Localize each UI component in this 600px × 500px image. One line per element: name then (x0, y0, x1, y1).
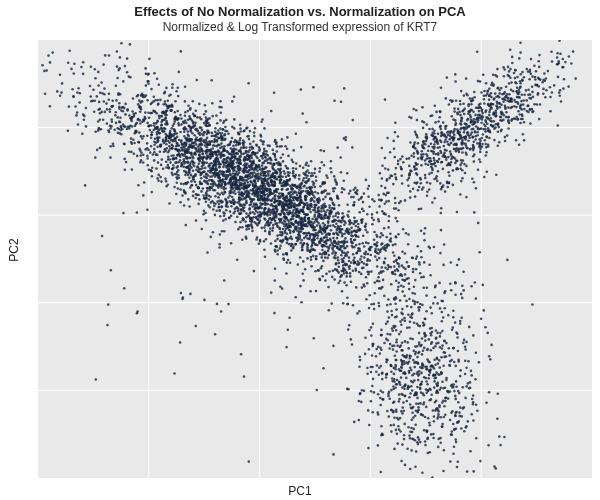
svg-point-548 (174, 111, 177, 114)
svg-point-4239 (488, 114, 491, 117)
svg-point-2900 (346, 172, 349, 175)
svg-point-2901 (254, 207, 257, 210)
svg-point-2880 (198, 153, 201, 156)
svg-point-1327 (346, 203, 349, 206)
svg-point-4688 (418, 263, 421, 266)
svg-point-2706 (343, 241, 346, 244)
svg-point-2449 (337, 243, 340, 246)
svg-point-3119 (175, 145, 178, 148)
svg-point-4877 (439, 441, 442, 444)
svg-point-3246 (274, 211, 277, 214)
svg-point-1283 (349, 265, 352, 268)
svg-point-5098 (214, 333, 217, 336)
svg-point-2731 (275, 159, 278, 162)
svg-point-398 (213, 141, 216, 144)
svg-point-3716 (473, 147, 476, 150)
svg-point-4908 (358, 365, 361, 368)
svg-point-2366 (75, 114, 78, 117)
svg-point-4225 (400, 174, 403, 177)
svg-point-5016 (94, 156, 97, 159)
svg-point-2105 (249, 130, 252, 133)
svg-point-1625 (358, 211, 361, 214)
svg-point-4571 (392, 388, 395, 391)
svg-point-2251 (202, 194, 205, 197)
svg-point-4692 (420, 344, 423, 347)
svg-point-3182 (345, 263, 348, 266)
svg-point-5076 (343, 188, 346, 191)
svg-point-4055 (468, 111, 471, 114)
svg-point-1330 (44, 92, 47, 95)
svg-point-2986 (223, 188, 226, 191)
svg-point-4223 (463, 94, 466, 97)
svg-point-1568 (234, 208, 237, 211)
svg-point-891 (320, 210, 323, 213)
svg-point-4254 (437, 153, 440, 156)
svg-point-3997 (424, 177, 427, 180)
svg-point-4846 (407, 426, 410, 429)
svg-point-1695 (158, 83, 161, 86)
svg-point-3257 (192, 100, 195, 103)
svg-point-2676 (231, 156, 234, 159)
svg-point-2964 (231, 185, 234, 188)
svg-point-3306 (258, 188, 261, 191)
svg-point-3273 (209, 167, 212, 170)
svg-point-3796 (482, 133, 485, 136)
svg-point-987 (68, 49, 71, 52)
svg-point-3438 (447, 186, 450, 189)
svg-point-4446 (396, 379, 399, 382)
svg-point-1875 (393, 254, 396, 257)
svg-point-3238 (151, 112, 154, 115)
svg-point-1514 (243, 164, 246, 167)
svg-point-2719 (182, 121, 185, 124)
svg-point-4398 (468, 387, 471, 390)
svg-point-5124 (316, 389, 319, 392)
svg-point-4671 (398, 381, 401, 384)
svg-point-1891 (112, 142, 115, 145)
svg-point-1544 (429, 247, 432, 250)
svg-point-5097 (300, 191, 303, 194)
svg-point-3320 (290, 200, 293, 203)
svg-point-767 (458, 258, 461, 261)
svg-point-1985 (386, 304, 389, 307)
svg-point-2653 (320, 149, 323, 152)
svg-point-2113 (218, 203, 221, 206)
svg-point-4413 (380, 287, 383, 290)
svg-point-4236 (423, 121, 426, 124)
svg-point-3374 (214, 202, 217, 205)
svg-point-1658 (301, 249, 304, 252)
svg-point-307 (85, 107, 88, 110)
svg-point-2714 (218, 184, 221, 187)
svg-point-4920 (434, 377, 437, 380)
svg-point-3954 (414, 162, 417, 165)
svg-point-1878 (358, 243, 361, 246)
svg-point-1998 (292, 149, 295, 152)
svg-point-3228 (325, 239, 328, 242)
svg-point-2057 (341, 241, 344, 244)
svg-point-4034 (473, 91, 476, 94)
svg-point-1216 (153, 159, 156, 162)
svg-point-810 (221, 132, 224, 135)
svg-point-3750 (414, 168, 417, 171)
svg-point-1448 (110, 125, 113, 128)
svg-point-3153 (237, 191, 240, 194)
svg-point-3639 (523, 121, 526, 124)
svg-point-3367 (209, 175, 212, 178)
svg-point-4463 (360, 401, 363, 404)
svg-point-2674 (170, 127, 173, 130)
svg-point-4009 (474, 114, 477, 117)
svg-point-4218 (520, 118, 523, 121)
svg-point-1049 (126, 71, 129, 74)
svg-point-4042 (495, 173, 498, 176)
svg-point-721 (148, 58, 151, 61)
svg-point-3000 (353, 239, 356, 242)
svg-point-4754 (476, 410, 479, 413)
svg-point-2213 (230, 153, 233, 156)
svg-point-4276 (461, 177, 464, 180)
svg-point-2888 (259, 211, 262, 214)
svg-point-2148 (310, 265, 313, 268)
svg-point-2988 (148, 117, 151, 120)
svg-point-2275 (174, 130, 177, 133)
svg-point-4520 (393, 373, 396, 376)
svg-point-3970 (458, 151, 461, 154)
svg-point-2532 (168, 94, 171, 97)
